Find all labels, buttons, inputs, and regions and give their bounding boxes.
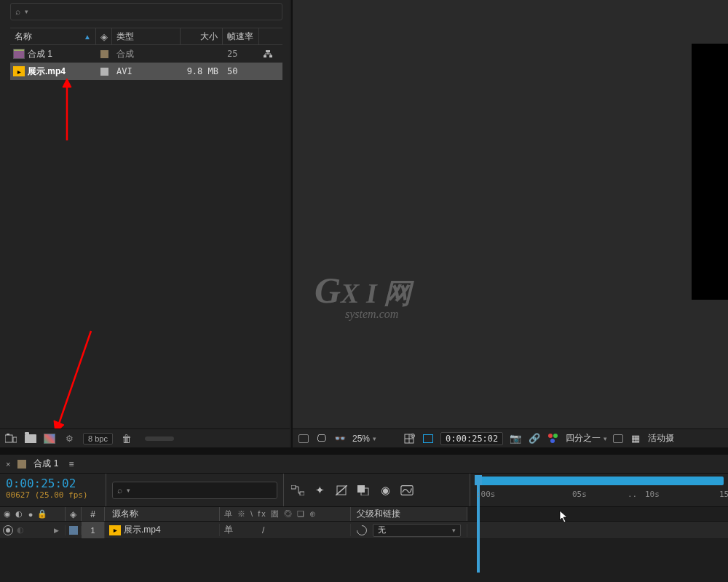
svg-rect-17 [300, 492, 304, 495]
resolution-dropdown[interactable]: 四分之一▾ [566, 432, 607, 445]
label-swatch[interactable] [100, 50, 108, 58]
col-extra[interactable] [259, 28, 277, 44]
project-settings-icon[interactable]: ⚙ [63, 433, 76, 445]
layer-number: 1 [82, 522, 105, 538]
time-ruler[interactable]: :00s 05s .. 10s 15 [470, 474, 728, 506]
col-size[interactable]: 大小 [181, 28, 223, 44]
svg-rect-0 [266, 50, 270, 52]
item-type: AVI [112, 66, 181, 76]
audio-toggle-icon[interactable]: ◐ [16, 526, 25, 535]
monitor-icon[interactable]: 🖵 [314, 432, 328, 445]
show-snapshot-icon[interactable]: 🔗 [528, 432, 541, 445]
search-icon: ⌕ [117, 485, 122, 495]
camera-dropdown[interactable]: 活动摄 [648, 432, 674, 445]
timeline-header: 0:00:25:02 00627 (25.00 fps) ⌕ ▾ ✦ ◉ [0, 474, 728, 507]
col-name[interactable]: 名称 ▲ [10, 28, 96, 44]
layer-columns-header: ◉ ◐ ● 🔒 ◈ # 源名称 单 ※ \ fx 圕 ◎ ❏ ⊕ 父级和链接 [0, 507, 728, 522]
project-table-header[interactable]: 名称 ▲ ◈ 类型 大小 帧速率 [10, 28, 282, 45]
graph-editor-icon[interactable] [400, 484, 414, 497]
timecode-main: 0:00:25:02 [6, 477, 100, 490]
zoom-dropdown[interactable]: 25%▾ [352, 434, 376, 444]
comp-flowchart-icon[interactable] [291, 484, 304, 497]
interpret-footage-icon[interactable] [4, 433, 17, 445]
mask-icon[interactable]: 👓 [333, 432, 347, 445]
svg-rect-8 [7, 434, 9, 435]
timeline-search-input[interactable]: ⌕ ▾ [112, 482, 277, 499]
svg-rect-1 [264, 55, 266, 57]
playhead[interactable] [475, 475, 482, 485]
transparency-grid-icon[interactable]: ▦ [629, 432, 642, 445]
snapshot-icon[interactable]: 📷 [509, 432, 522, 445]
composition-icon [13, 49, 25, 59]
layer-name: 展示.mp4 [124, 524, 161, 536]
color-depth-button[interactable]: 8 bpc [83, 433, 113, 445]
svg-rect-9 [13, 437, 17, 442]
channel-icon[interactable] [547, 432, 560, 445]
project-search-input[interactable]: ⌕ ▾ [10, 3, 282, 20]
col-parent[interactable]: 父级和链接 [351, 507, 467, 521]
item-fps: 50 [223, 66, 259, 76]
tab-close-icon[interactable]: × [6, 460, 10, 469]
item-size: 9.8 MB [181, 66, 223, 76]
composition-tab-icon [17, 460, 26, 469]
col-fps[interactable]: 帧速率 [223, 28, 259, 44]
work-area-bar[interactable] [475, 477, 724, 485]
switch-slash[interactable]: / [262, 525, 264, 535]
svg-rect-7 [5, 435, 12, 442]
flowchart-icon [264, 50, 272, 57]
col-switches[interactable]: 单 ※ \ fx 圕 ◎ ❏ ⊕ [220, 507, 351, 521]
parent-dropdown[interactable]: 无 ▾ [373, 524, 461, 537]
table-row[interactable]: 合成 1 合成 25 [10, 45, 282, 63]
svg-rect-16 [291, 485, 296, 489]
col-type[interactable]: 类型 [112, 28, 181, 44]
pickwhip-icon[interactable] [355, 523, 369, 538]
new-folder-icon[interactable] [25, 434, 36, 443]
search-caret: ▾ [127, 487, 130, 494]
audio-icon: ◐ [15, 510, 23, 519]
project-panel: ⌕ ▾ 名称 ▲ ◈ 类型 大小 帧速率 合成 1 合成 25 [0, 0, 290, 447]
item-fps: 25 [223, 49, 259, 59]
panel-divider[interactable] [0, 447, 728, 455]
toggle-alpha-icon[interactable] [298, 434, 309, 443]
hide-shy-icon[interactable] [335, 484, 348, 497]
item-name: 展示.mp4 [28, 65, 66, 78]
col-label[interactable]: ◈ [66, 507, 82, 521]
tag-icon: ◈ [100, 31, 108, 42]
svg-line-5 [58, 331, 91, 426]
table-row[interactable]: ▶ 展示.mp4 AVI 9.8 MB 50 [10, 63, 282, 80]
timeline-tabs: × 合成 1 ≡ [0, 455, 728, 474]
preview-canvas[interactable] [692, 44, 728, 300]
tab-label[interactable]: 合成 1 [33, 458, 58, 470]
switch-label[interactable]: 单 [224, 524, 233, 536]
solo-icon: ● [26, 510, 35, 519]
timeline-tools: ✦ ◉ [284, 474, 470, 506]
current-time-display[interactable]: 0:00:25:02 [440, 432, 503, 445]
grid-icon[interactable] [403, 432, 416, 445]
layer-row[interactable]: ◐ ▶ 1 ▶ 展示.mp4 单 / 无 ▾ [0, 522, 728, 539]
col-av-features[interactable]: ◉ ◐ ● 🔒 [0, 507, 66, 521]
annotation-arrow-icon [60, 79, 74, 140]
search-icon: ⌕ [15, 7, 20, 17]
ruler-ticks: :00s 05s .. 10s 15 [470, 490, 728, 504]
col-label[interactable]: ◈ [96, 28, 112, 44]
trash-icon[interactable]: 🗑 [120, 433, 133, 445]
timecode-block[interactable]: 0:00:25:02 00627 (25.00 fps) [0, 474, 106, 506]
new-composition-icon[interactable] [44, 434, 55, 444]
draft-3d-icon[interactable]: ✦ [313, 484, 326, 497]
label-swatch[interactable] [100, 68, 108, 76]
frame-blend-icon[interactable] [357, 484, 370, 497]
dots: .. [628, 490, 637, 499]
video-file-icon: ▶ [109, 525, 121, 535]
timeline-body[interactable] [0, 539, 728, 582]
scrollbar-thumb[interactable] [145, 436, 174, 441]
col-number[interactable]: # [82, 507, 105, 521]
tab-menu-icon[interactable]: ≡ [68, 459, 74, 469]
motion-blur-icon[interactable]: ◉ [379, 484, 392, 497]
roi-icon[interactable] [613, 434, 623, 443]
mask-visibility-icon[interactable] [422, 432, 435, 445]
expand-layer-icon[interactable]: ▶ [51, 527, 62, 534]
col-source-name[interactable]: 源名称 [105, 507, 220, 521]
annotation-arrow-icon [51, 327, 95, 433]
layer-label-swatch[interactable] [69, 526, 78, 535]
video-toggle-icon[interactable] [3, 525, 13, 535]
